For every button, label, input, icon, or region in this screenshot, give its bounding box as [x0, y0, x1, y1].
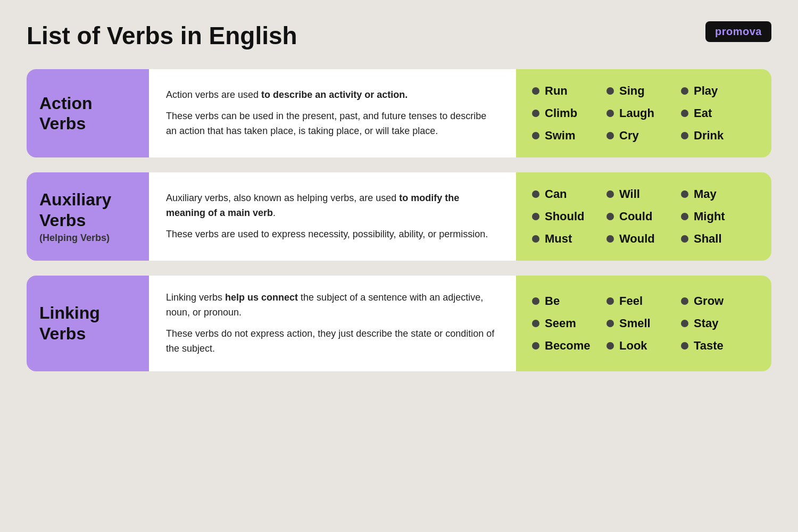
example-label: Play: [694, 84, 718, 98]
example-item: Sing: [606, 84, 681, 98]
examples-grid-action: RunSingPlayClimbLaughEatSwimCryDrink: [532, 84, 755, 143]
description-paragraph: Linking verbs help us connect the subjec…: [166, 290, 499, 320]
bullet-dot: [606, 87, 614, 95]
example-label: Should: [545, 210, 585, 223]
example-item: Shall: [681, 232, 755, 246]
bullet-dot: [681, 110, 688, 117]
example-label: Shall: [694, 232, 722, 246]
bullet-dot: [606, 213, 614, 220]
example-label: Laugh: [619, 106, 654, 120]
example-label: Look: [619, 339, 647, 353]
rows-container: ActionVerbsAction verbs are used to desc…: [27, 69, 771, 371]
example-label: Sing: [619, 84, 645, 98]
verb-row-auxiliary: AuxiliaryVerbs(Helping Verbs)Auxiliary v…: [27, 172, 771, 261]
example-label: Could: [619, 210, 652, 223]
desc-cell-action: Action verbs are used to describe an act…: [149, 69, 516, 157]
example-label: Smell: [619, 317, 651, 330]
example-item: Taste: [681, 339, 755, 353]
example-item: Seem: [532, 317, 606, 330]
example-item: Cry: [606, 129, 681, 143]
example-item: Climb: [532, 106, 606, 120]
title-cell-action: ActionVerbs: [27, 69, 149, 157]
bullet-dot: [606, 190, 614, 198]
bullet-dot: [532, 235, 539, 243]
example-label: Become: [545, 339, 591, 353]
title-cell-linking: LinkingVerbs: [27, 276, 149, 371]
bullet-dot: [606, 235, 614, 243]
example-item: Will: [606, 187, 681, 201]
example-item: Stay: [681, 317, 755, 330]
bullet-dot: [681, 320, 688, 327]
example-label: Swim: [545, 129, 575, 143]
examples-cell-action: RunSingPlayClimbLaughEatSwimCryDrink: [516, 69, 771, 157]
example-label: Cry: [619, 129, 639, 143]
example-label: Seem: [545, 317, 576, 330]
title-text-action: ActionVerbs: [39, 93, 136, 134]
bullet-dot: [532, 110, 539, 117]
example-label: May: [694, 187, 717, 201]
example-item: May: [681, 187, 755, 201]
example-label: Climb: [545, 106, 577, 120]
example-item: Eat: [681, 106, 755, 120]
page-title: List of Verbs in English: [27, 21, 771, 50]
title-text-linking: LinkingVerbs: [39, 303, 136, 344]
logo-badge: promova: [705, 21, 771, 42]
example-item: Smell: [606, 317, 681, 330]
bullet-dot: [681, 342, 688, 350]
description-paragraph: These verbs are used to express necessit…: [166, 227, 499, 242]
description-paragraph: Action verbs are used to describe an act…: [166, 88, 499, 103]
examples-grid-linking: BeFeelGrowSeemSmellStayBecomeLookTaste: [532, 294, 755, 353]
bullet-dot: [681, 297, 688, 305]
bullet-dot: [681, 132, 688, 139]
title-text-auxiliary: AuxiliaryVerbs: [39, 189, 136, 230]
bullet-dot: [532, 213, 539, 220]
example-item: Might: [681, 210, 755, 223]
subtitle-text-auxiliary: (Helping Verbs): [39, 232, 136, 244]
bullet-dot: [532, 87, 539, 95]
bullet-dot: [606, 132, 614, 139]
example-label: Will: [619, 187, 640, 201]
example-item: Grow: [681, 294, 755, 308]
example-item: Become: [532, 339, 606, 353]
example-item: Be: [532, 294, 606, 308]
logo-text: promova: [715, 26, 762, 37]
example-item: Can: [532, 187, 606, 201]
example-label: Run: [545, 84, 568, 98]
example-item: Play: [681, 84, 755, 98]
example-label: Drink: [694, 129, 724, 143]
example-label: Might: [694, 210, 725, 223]
example-label: Stay: [694, 317, 718, 330]
bullet-dot: [532, 132, 539, 139]
example-item: Run: [532, 84, 606, 98]
examples-cell-linking: BeFeelGrowSeemSmellStayBecomeLookTaste: [516, 276, 771, 371]
description-paragraph: These verbs do not express action, they …: [166, 327, 499, 356]
bullet-dot: [532, 320, 539, 327]
example-item: Would: [606, 232, 681, 246]
description-paragraph: Auxiliary verbs, also known as helping v…: [166, 191, 499, 221]
bullet-dot: [532, 297, 539, 305]
example-item: Should: [532, 210, 606, 223]
example-label: Grow: [694, 294, 724, 308]
bullet-dot: [681, 235, 688, 243]
verb-row-action: ActionVerbsAction verbs are used to desc…: [27, 69, 771, 157]
desc-cell-auxiliary: Auxiliary verbs, also known as helping v…: [149, 172, 516, 261]
example-item: Drink: [681, 129, 755, 143]
examples-grid-auxiliary: CanWillMayShouldCouldMightMustWouldShall: [532, 187, 755, 246]
example-label: Be: [545, 294, 560, 308]
example-item: Could: [606, 210, 681, 223]
examples-cell-auxiliary: CanWillMayShouldCouldMightMustWouldShall: [516, 172, 771, 261]
bullet-dot: [606, 320, 614, 327]
bullet-dot: [606, 110, 614, 117]
example-label: Can: [545, 187, 567, 201]
example-item: Feel: [606, 294, 681, 308]
verb-row-linking: LinkingVerbsLinking verbs help us connec…: [27, 276, 771, 371]
example-item: Swim: [532, 129, 606, 143]
bullet-dot: [681, 87, 688, 95]
example-item: Look: [606, 339, 681, 353]
bullet-dot: [606, 297, 614, 305]
description-paragraph: These verbs can be used in the present, …: [166, 109, 499, 139]
desc-cell-linking: Linking verbs help us connect the subjec…: [149, 276, 516, 371]
title-cell-auxiliary: AuxiliaryVerbs(Helping Verbs): [27, 172, 149, 261]
example-item: Must: [532, 232, 606, 246]
bullet-dot: [532, 342, 539, 350]
